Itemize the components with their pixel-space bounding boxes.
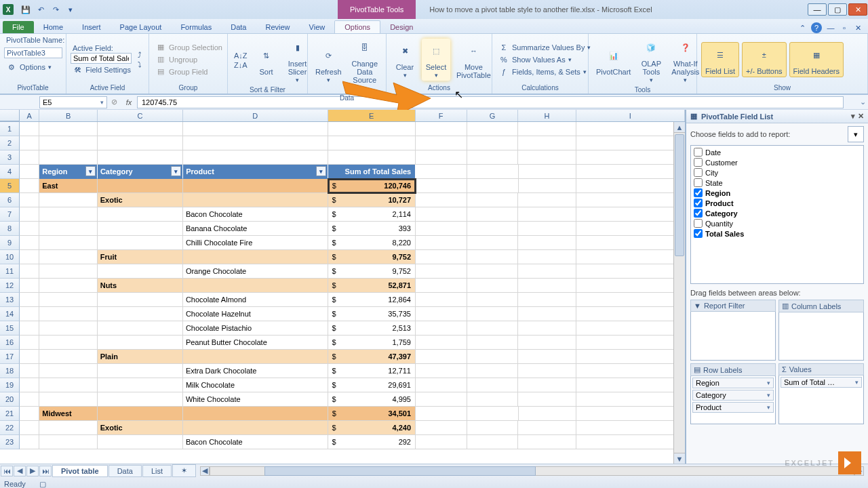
area-report-filter[interactable]: ▼Report Filter bbox=[690, 300, 776, 361]
cell[interactable] bbox=[416, 435, 467, 449]
row-header[interactable]: 8 bbox=[0, 222, 20, 236]
area-column-labels[interactable]: ▥Column Labels bbox=[778, 300, 864, 361]
row-header[interactable]: 18 bbox=[0, 364, 20, 378]
cell[interactable] bbox=[20, 264, 39, 279]
cell[interactable]: Region▾ bbox=[39, 165, 98, 179]
cell[interactable] bbox=[518, 336, 576, 350]
cell[interactable]: Exotic bbox=[98, 193, 183, 207]
cell[interactable] bbox=[576, 435, 685, 449]
cell[interactable] bbox=[467, 392, 519, 407]
cell[interactable]: Plain bbox=[98, 350, 183, 364]
doc-close-icon[interactable]: ✕ bbox=[853, 23, 863, 33]
col-header-c[interactable]: C bbox=[98, 110, 183, 121]
cell[interactable]: Bacon Chocolate bbox=[183, 207, 328, 222]
maximize-button[interactable]: ▢ bbox=[828, 3, 847, 16]
tab-formulas[interactable]: Formulas bbox=[171, 21, 221, 33]
cell[interactable] bbox=[183, 193, 328, 207]
scroll-thumb[interactable] bbox=[675, 134, 684, 256]
field-checkbox-row[interactable]: Date bbox=[692, 147, 862, 157]
fields-items-button[interactable]: ƒFields, Items, & Sets bbox=[496, 66, 593, 78]
cell[interactable] bbox=[519, 165, 576, 179]
field-checkbox-row[interactable]: City bbox=[692, 167, 862, 178]
cell[interactable] bbox=[39, 222, 97, 236]
worksheet-grid[interactable]: A B C D E F G H I 1234Region▾Category▾Pr… bbox=[0, 110, 685, 464]
field-checkbox[interactable] bbox=[694, 148, 703, 157]
cell[interactable] bbox=[98, 222, 183, 236]
pivottable-name-input[interactable] bbox=[4, 47, 62, 58]
field-checkbox[interactable] bbox=[694, 199, 703, 207]
cell[interactable] bbox=[467, 179, 519, 193]
col-header-e[interactable]: E bbox=[328, 110, 416, 121]
formula-input[interactable]: 120745.75 bbox=[137, 96, 844, 108]
cell[interactable] bbox=[467, 307, 519, 321]
row-header[interactable]: 11 bbox=[0, 264, 20, 279]
cell[interactable] bbox=[416, 179, 467, 193]
cell[interactable] bbox=[518, 364, 576, 378]
cell[interactable] bbox=[416, 136, 467, 150]
cell[interactable] bbox=[20, 392, 39, 407]
cell[interactable] bbox=[183, 179, 328, 193]
cell[interactable] bbox=[39, 207, 97, 222]
cell[interactable] bbox=[416, 364, 467, 378]
cell[interactable] bbox=[576, 264, 685, 279]
cell[interactable] bbox=[20, 150, 39, 165]
cell[interactable] bbox=[39, 336, 97, 350]
cell[interactable] bbox=[467, 122, 519, 136]
col-header-i[interactable]: I bbox=[576, 110, 685, 121]
cell[interactable] bbox=[576, 122, 685, 136]
filter-icon[interactable]: ▾ bbox=[316, 166, 326, 176]
select-all-button[interactable] bbox=[0, 110, 20, 121]
cell[interactable] bbox=[416, 392, 467, 407]
cell[interactable]: $2,513 bbox=[328, 321, 416, 336]
cell[interactable] bbox=[416, 250, 467, 264]
tab-review[interactable]: Review bbox=[256, 21, 299, 33]
cell[interactable] bbox=[20, 293, 39, 307]
cell[interactable] bbox=[20, 336, 39, 350]
cell[interactable] bbox=[20, 250, 39, 264]
cell[interactable] bbox=[518, 222, 576, 236]
filter-icon[interactable]: ▾ bbox=[85, 166, 96, 176]
cell[interactable] bbox=[576, 392, 685, 407]
row-header[interactable]: 14 bbox=[0, 307, 20, 321]
cell[interactable] bbox=[518, 264, 576, 279]
cell[interactable] bbox=[576, 307, 685, 321]
show-values-button[interactable]: %Show Values As bbox=[496, 54, 593, 66]
cell[interactable] bbox=[39, 421, 97, 435]
cell[interactable] bbox=[183, 350, 328, 364]
col-header-a[interactable]: A bbox=[20, 110, 39, 121]
macro-record-icon[interactable]: ▢ bbox=[39, 480, 46, 489]
cell[interactable] bbox=[20, 364, 39, 378]
cell[interactable] bbox=[98, 293, 183, 307]
hscroll-left-icon[interactable]: ◀ bbox=[200, 466, 210, 476]
cell[interactable] bbox=[467, 364, 519, 378]
help-icon[interactable]: ? bbox=[811, 22, 822, 33]
cell[interactable] bbox=[519, 407, 576, 421]
cell[interactable]: $120,746 bbox=[328, 179, 416, 193]
cell[interactable] bbox=[576, 336, 685, 350]
row-header[interactable]: 23 bbox=[0, 435, 20, 449]
cell[interactable] bbox=[518, 421, 576, 435]
cell[interactable] bbox=[98, 264, 183, 279]
cell[interactable] bbox=[416, 321, 467, 336]
sort-button[interactable]: ⇅Sort bbox=[252, 43, 281, 77]
row-header[interactable]: 10 bbox=[0, 250, 20, 264]
cell[interactable] bbox=[576, 279, 685, 293]
cell[interactable] bbox=[98, 207, 183, 222]
cell[interactable] bbox=[39, 122, 97, 136]
sort-asc-icon[interactable]: A↓Z bbox=[232, 51, 250, 60]
cell[interactable] bbox=[183, 136, 328, 150]
col-header-b[interactable]: B bbox=[39, 110, 97, 121]
row-header[interactable]: 2 bbox=[0, 136, 20, 150]
summarize-values-button[interactable]: ΣSummarize Values By bbox=[496, 41, 593, 54]
field-checkbox-row[interactable]: Category bbox=[692, 208, 862, 218]
field-checkbox[interactable] bbox=[694, 158, 703, 167]
cell[interactable] bbox=[576, 207, 685, 222]
cell[interactable] bbox=[416, 407, 467, 421]
tab-data[interactable]: Data bbox=[221, 21, 256, 33]
cell[interactable] bbox=[519, 179, 576, 193]
tab-nav-last-icon[interactable]: ⏭ bbox=[39, 466, 52, 476]
cell[interactable] bbox=[467, 378, 519, 392]
horizontal-scrollbar[interactable]: ◀ ▶ bbox=[200, 466, 864, 476]
field-checkbox-row[interactable]: Customer bbox=[692, 157, 862, 167]
cell[interactable]: $47,397 bbox=[328, 350, 416, 364]
